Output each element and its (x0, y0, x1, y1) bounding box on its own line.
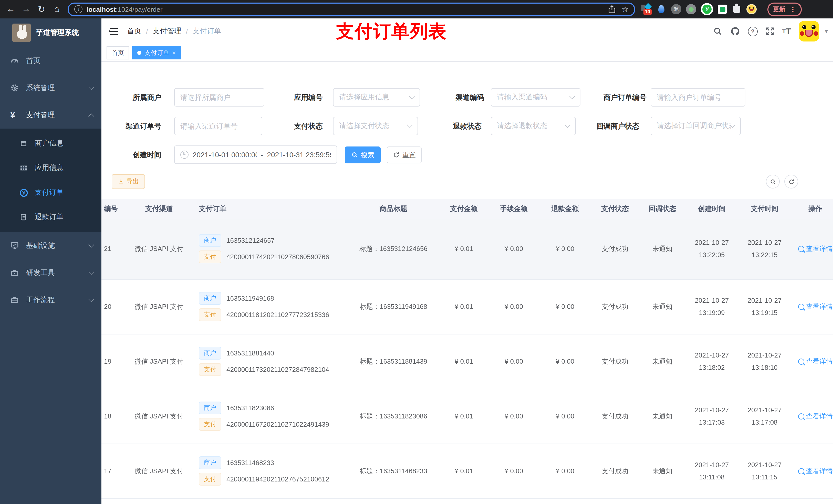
date-range-end: 2021-10-31 23:59:59 (267, 150, 331, 159)
chevron-down-icon (88, 242, 94, 248)
sidebar-item-app-info[interactable]: 应用信息 (0, 156, 101, 180)
notify-status-select[interactable]: 请选择订单回调商户状态 (651, 117, 741, 135)
pay-tag: 支付 (199, 363, 221, 376)
table-row: 21 微信 JSAPI 支付 商户1635312124657 支付4200001… (101, 219, 833, 279)
sidebar-item-label: 应用信息 (35, 163, 64, 173)
sidebar-item-infrastructure[interactable]: 基础设施 (0, 232, 101, 259)
forward-icon[interactable]: → (20, 3, 33, 16)
pay-status-select[interactable]: 请选择支付状态 (333, 117, 418, 135)
merchant-input[interactable] (174, 88, 264, 106)
browser-menu-icon[interactable]: ⋮ (789, 5, 796, 13)
help-icon[interactable]: ? (748, 26, 758, 36)
filter-label-app: 应用编号 (271, 88, 323, 106)
reload-icon[interactable]: ↻ (35, 3, 48, 16)
share-icon[interactable] (608, 5, 616, 13)
url-host: localhost (87, 5, 116, 13)
view-detail-link[interactable]: 查看详情 (798, 466, 833, 476)
col-notify-status: 回调状态 (639, 199, 686, 219)
pay-tag: 支付 (199, 308, 221, 321)
filter-label-refund-status: 退款状态 (430, 117, 481, 135)
tab-pay-order[interactable]: 支付订单 × (132, 46, 181, 59)
sidebar-item-label: 支付订单 (35, 188, 64, 197)
chevron-down-icon (407, 122, 413, 128)
date-range-start: 2021-10-01 00:00:00 (193, 150, 257, 159)
create-time-range-picker[interactable]: 2021-10-01 00:00:00 - 2021-10-31 23:59:5… (174, 145, 337, 164)
back-icon[interactable]: ← (4, 3, 18, 16)
pay-tag: 支付 (199, 473, 221, 485)
grid-icon (20, 164, 28, 172)
chrome-update-button[interactable]: 更新 ⋮ (767, 2, 802, 16)
search-button[interactable]: 搜索 (345, 146, 381, 163)
table-row: 18 微信 JSAPI 支付 商户1635311823086 支付4200001… (101, 389, 833, 443)
sidebar-item-dev-tools[interactable]: 研发工具 (0, 259, 101, 286)
app-logo[interactable]: 芋道管理系统 (0, 19, 101, 47)
col-pay-time: 支付时间 (738, 199, 791, 219)
toolbox-icon (10, 268, 20, 277)
filter-label-create-time: 创建时间 (101, 145, 161, 164)
chat-extension-icon[interactable] (718, 5, 727, 14)
filter-label-channel-code: 渠道编码 (433, 88, 484, 106)
home-icon[interactable]: ⌂ (50, 3, 64, 16)
sidebar-item-refund-order[interactable]: 退款订单 (0, 205, 101, 230)
merchant-order-no-input[interactable] (651, 88, 745, 106)
table-row: 商户1635311351796 (101, 498, 833, 504)
sidebar-item-home[interactable]: 首页 (0, 47, 101, 74)
sidebar-item-payment[interactable]: ¥ 支付管理 (0, 101, 101, 128)
sidebar-item-system[interactable]: 系统管理 (0, 74, 101, 101)
sidebar-item-label: 研发工具 (26, 268, 55, 278)
channel-order-no-input[interactable] (174, 117, 262, 135)
view-detail-link[interactable]: 查看详情 (798, 302, 833, 311)
sidebar-item-pay-order[interactable]: 支付订单 (0, 180, 101, 205)
dashboard-icon (10, 56, 20, 65)
magnifier-icon (798, 304, 804, 310)
sidebar-item-label: 商户信息 (35, 139, 64, 148)
tab-home[interactable]: 首页 (106, 46, 129, 59)
active-dot-icon (137, 51, 141, 55)
reset-button[interactable]: 重置 (387, 146, 422, 163)
breadcrumb-home[interactable]: 首页 (127, 27, 141, 36)
view-detail-link[interactable]: 查看详情 (798, 357, 833, 366)
view-detail-link[interactable]: 查看详情 (798, 244, 833, 254)
font-size-icon[interactable]: TT (782, 27, 791, 35)
url-text: localhost:1024/pay/order (87, 5, 162, 13)
store-icon (20, 139, 28, 147)
fullscreen-icon[interactable] (765, 27, 775, 36)
github-icon[interactable] (730, 26, 740, 37)
show-search-toggle-button[interactable] (766, 175, 780, 189)
view-detail-link[interactable]: 查看详情 (798, 411, 833, 421)
col-channel: 支付渠道 (124, 199, 194, 219)
col-title: 商品标题 (347, 199, 439, 219)
avatar-caret-icon[interactable]: ▾ (825, 28, 828, 35)
command-extension-icon[interactable]: ⌘ (671, 4, 681, 14)
sidebar-item-merchant-info[interactable]: 商户信息 (0, 131, 101, 156)
sidebar-item-label: 支付管理 (26, 111, 55, 120)
puzzle-extensions-icon[interactable] (732, 4, 742, 14)
url-bar[interactable]: i localhost:1024/pay/order ☆ (68, 2, 635, 16)
refresh-button[interactable] (784, 175, 798, 189)
profile-avatar-icon[interactable] (746, 4, 757, 14)
close-icon[interactable]: × (172, 49, 176, 56)
breadcrumb-payment[interactable]: 支付管理 (153, 27, 181, 36)
sidebar-item-workflow[interactable]: 工作流程 (0, 286, 101, 313)
col-fee: 手续金额 (488, 199, 540, 219)
channel-code-select[interactable]: 请输入渠道编码 (491, 88, 580, 106)
filter-label-channel-order-no: 渠道订单号 (101, 117, 161, 135)
user-avatar[interactable] (799, 21, 819, 42)
breadcrumb-pay-order: 支付订单 (193, 27, 221, 36)
refund-status-select[interactable]: 请选择退款状态 (491, 117, 576, 135)
merchant-tag: 商户 (199, 456, 221, 469)
chevron-down-icon (88, 84, 94, 90)
search-icon[interactable] (713, 27, 722, 36)
app-select[interactable]: 请选择应用信息 (333, 88, 420, 106)
balloon-extension-icon[interactable] (656, 4, 667, 14)
navbar-actions: ? TT ▾ (713, 21, 833, 42)
bookmark-star-icon[interactable]: ☆ (622, 5, 628, 14)
y-extension-icon[interactable]: Y (701, 3, 713, 15)
sidebar-toggle-icon[interactable] (109, 28, 118, 35)
col-refund: 退款金额 (540, 199, 591, 219)
extension-grid-icon[interactable]: 10 (641, 4, 652, 14)
monitor-icon (10, 241, 20, 250)
export-button[interactable]: 导出 (112, 174, 145, 189)
recorder-extension-icon[interactable] (686, 4, 696, 14)
site-info-icon[interactable]: i (74, 5, 82, 13)
